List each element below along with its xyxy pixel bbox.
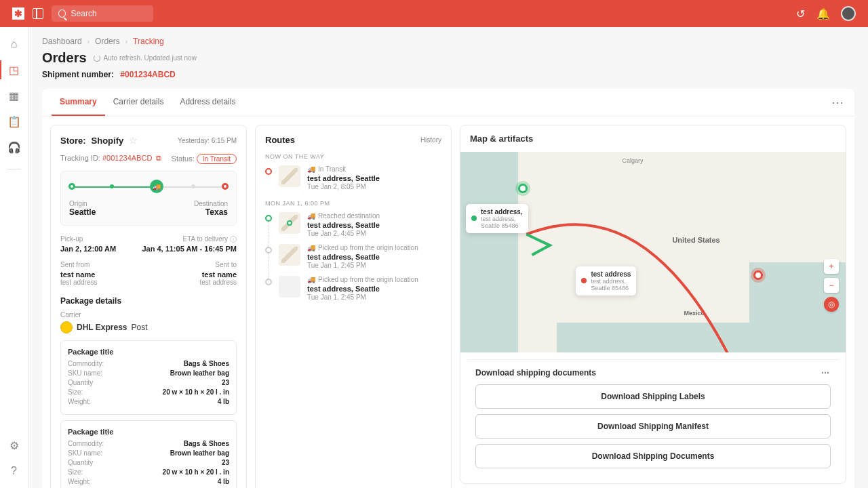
downloads-section: Download shipping documents ⋯ Download S… — [467, 359, 839, 476]
map-zoom-in-icon[interactable]: + — [824, 259, 839, 274]
dest-city: Texas — [194, 207, 228, 217]
truck-icon: 🚚 — [307, 165, 315, 173]
map-title: Map & artifacts — [460, 125, 846, 152]
search-icon — [58, 9, 66, 18]
map-label: United States — [672, 236, 719, 244]
tab-address-details[interactable]: Address details — [172, 89, 243, 116]
route-item: 🚚In Transit test address, SeattleTue Jan… — [265, 165, 441, 190]
shipment-number-row: Shipment number: #001234ABCD — [42, 70, 854, 79]
more-icon[interactable]: ⋯ — [821, 368, 831, 378]
logo[interactable]: ✱ — [12, 7, 24, 20]
route-dot-icon — [265, 168, 272, 175]
truck-icon: 🚚 — [307, 244, 315, 251]
tab-more-icon[interactable]: ⋯ — [831, 95, 845, 110]
routes-card: Routes History NOW ON THE WAY 🚚In Transi… — [255, 125, 452, 488]
store-label: Store: — [60, 136, 86, 146]
star-icon[interactable]: ☆ — [129, 135, 138, 146]
breadcrumb-orders[interactable]: Orders — [95, 37, 120, 46]
pickup-time: Jan 2, 12:00 AM — [60, 245, 116, 253]
route-item: 🚚Reached destination test address, Seatt… — [265, 212, 441, 237]
sidebar-orders-icon[interactable]: ◳ — [7, 63, 21, 77]
truck-icon: 🚚 — [307, 212, 315, 220]
tabs: Summary Carrier details Address details … — [42, 89, 854, 117]
map-pin-card[interactable]: test address,test address,Seattle 85486 — [466, 204, 528, 233]
carrier-name: DHL Express — [77, 323, 127, 332]
store-updated: Yesterday: 6:15 PM — [178, 137, 237, 144]
tab-carrier-details[interactable]: Carrier details — [105, 89, 172, 116]
map-label: Mexico — [684, 310, 705, 317]
copy-icon[interactable]: ⧉ — [156, 154, 161, 162]
progress-dest-node — [222, 183, 229, 190]
carrier-type: Post — [131, 323, 147, 332]
origin-city: Seattle — [69, 207, 96, 217]
avatar[interactable] — [841, 6, 856, 21]
package-details-title: Package details — [60, 296, 237, 306]
route-dot-icon — [265, 215, 272, 222]
routes-day-label: MON JAN 1, 6:00 PM — [265, 200, 441, 207]
chevron-right-icon: › — [87, 38, 90, 45]
refresh-note: Auto refresh. Updated just now — [94, 54, 197, 62]
map-locate-icon[interactable]: ◎ — [824, 297, 839, 312]
breadcrumb-current: Tracking — [133, 37, 164, 46]
download-labels-button[interactable]: Download Shipping Labels — [475, 384, 831, 409]
package-item: Package title Commodity:Bags & Shoes SKU… — [60, 340, 237, 415]
tracking-id: #001234ABCD — [102, 154, 152, 162]
route-thumb — [279, 165, 300, 187]
download-manifest-button[interactable]: Download Shipping Manifest — [475, 414, 831, 439]
map-controls: + − ◎ — [824, 259, 839, 312]
map-zoom-out-icon[interactable]: − — [824, 278, 839, 293]
sidebar: ⌂ ◳ ▦ 📋 🎧 ⚙ ? — [0, 27, 28, 488]
history-link[interactable]: History — [420, 136, 441, 144]
status-badge: In Transit — [197, 154, 237, 164]
progress-current-node: 🚚 — [150, 180, 163, 193]
sidebar-divider — [7, 169, 21, 169]
store-name: Shopify — [92, 136, 124, 146]
sidebar-home-icon[interactable]: ⌂ — [7, 37, 21, 51]
sent-to-name: test name — [200, 270, 237, 279]
sidebar-store-icon[interactable]: ▦ — [7, 89, 21, 102]
route-dot-icon — [265, 247, 272, 253]
sidebar-headset-icon[interactable]: 🎧 — [7, 140, 21, 154]
route-item: 🚚Picked up from the origin location test… — [265, 244, 441, 269]
search-box[interactable] — [52, 5, 153, 22]
store-card: Store: Shopify ☆ Yesterday: 6:15 PM Trac… — [50, 125, 247, 488]
chevron-right-icon: › — [125, 38, 127, 45]
progress-node — [191, 184, 195, 188]
map-label: Calgary — [623, 157, 644, 164]
breadcrumb: Dashboard › Orders › Tracking — [42, 37, 854, 46]
tracking-id-label: Tracking ID: — [60, 154, 100, 162]
route-thumb — [279, 212, 300, 234]
search-input[interactable] — [71, 9, 146, 18]
routes-now-label: NOW ON THE WAY — [265, 153, 441, 160]
map-pin-card[interactable]: test addresstest address,Seattle 85486 — [576, 266, 636, 296]
panel-toggle-icon[interactable] — [33, 8, 43, 19]
sidebar-help-icon[interactable]: ? — [7, 464, 21, 478]
progress-tracker: 🚚 OriginSeattle DestinationTexas — [60, 171, 237, 226]
eta-time: Jan 4, 11:05 AM - 16:45 PM — [142, 245, 237, 253]
sent-from-name: test name — [60, 270, 97, 279]
routes-title: Routes — [265, 135, 295, 145]
map-dest-pin[interactable] — [753, 270, 763, 280]
tab-summary[interactable]: Summary — [52, 89, 105, 116]
carrier-badge-icon — [60, 321, 73, 333]
bell-icon[interactable]: 🔔 — [818, 8, 829, 19]
page-title: Orders — [42, 50, 87, 66]
info-icon[interactable]: i — [230, 236, 237, 243]
topbar: ✱ ↺ 🔔 — [0, 0, 868, 27]
downloads-title: Download shipping documents — [475, 368, 596, 378]
sidebar-clipboard-icon[interactable]: 📋 — [7, 115, 21, 128]
truck-icon: 🚚 — [307, 276, 315, 283]
main-content: Dashboard › Orders › Tracking Orders Aut… — [28, 27, 868, 488]
sidebar-settings-icon[interactable]: ⚙ — [7, 439, 21, 452]
route-thumb — [279, 244, 300, 266]
route-item: 🚚Picked up from the origin location test… — [265, 276, 441, 301]
refresh-icon — [94, 55, 100, 62]
breadcrumb-dashboard[interactable]: Dashboard — [42, 37, 82, 46]
download-documents-button[interactable]: Download Shipping Documents — [475, 444, 831, 468]
map[interactable]: Calgary United States Mexico t — [460, 152, 846, 352]
progress-origin-node — [68, 183, 75, 190]
status-label: Status: — [172, 155, 195, 163]
progress-node — [110, 184, 114, 188]
package-item: Package title Commodity:Bags & Shoes SKU… — [60, 420, 237, 488]
history-icon[interactable]: ↺ — [795, 8, 806, 19]
